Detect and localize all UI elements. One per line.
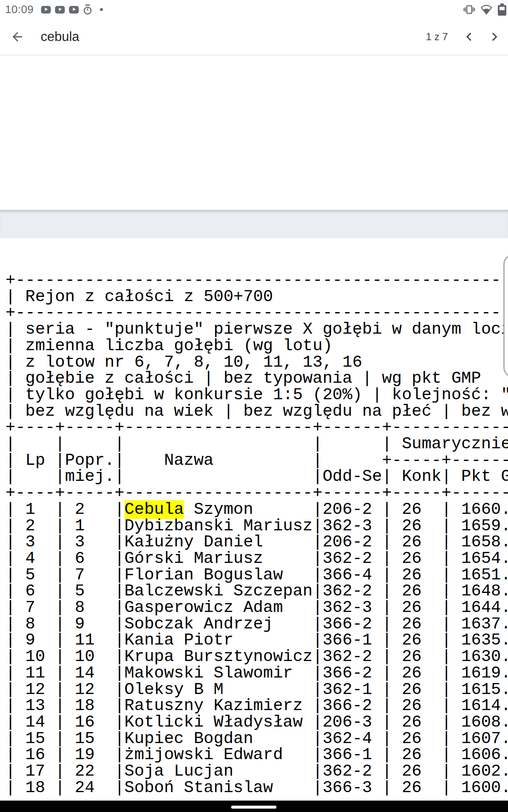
document-line: | 9 | 11 |Kania Piotr |366-1 | 26 | 1635… xyxy=(6,632,508,649)
youtube-notification-icon xyxy=(69,6,79,14)
document-text: +---------------------------------------… xyxy=(6,272,508,796)
scrollbar-handle[interactable] xyxy=(503,254,508,378)
document-line: | 12 | 12 |Oleksy B M |362-1 | 26 | 1615… xyxy=(6,682,508,698)
search-bar: cebula 1 z 7 xyxy=(0,19,508,55)
document-line: +---------------------------------------… xyxy=(6,305,508,321)
status-time: 10:09 xyxy=(5,3,34,16)
document-line: | 3 | 3 |Kałużny Daniel |206-2 | 26 | 16… xyxy=(6,534,508,551)
document-line: | 18 | 24 |Soboń Stanislaw |366-3 | 26 |… xyxy=(6,780,508,796)
gesture-nav-handle[interactable] xyxy=(231,806,276,809)
document-line: | gołębie z całości | bez typowania | wg… xyxy=(6,370,508,387)
document-line: | 17 | 22 |Soja Lucjan |362-2 | 26 | 160… xyxy=(6,763,508,780)
document-line: | Lp |Popr.| Nazwa | +-----+------ xyxy=(6,453,508,469)
document-line: | 8 | 9 |Sobczak Andrzej |366-2 | 26 | 1… xyxy=(6,616,508,633)
document-line: | | | | | Sumarycznie xyxy=(6,436,508,453)
document-line: | 7 | 8 |Gasperowicz Adam |362-3 | 26 | … xyxy=(6,600,508,616)
document-line: +---------------------------------------… xyxy=(6,272,508,289)
status-right-icons xyxy=(464,3,506,16)
vibrate-icon xyxy=(464,4,475,15)
document-line: +----+-----+-------------------+------+-… xyxy=(6,485,508,502)
next-match-button[interactable] xyxy=(489,30,500,43)
search-match-highlight: Cebula xyxy=(124,500,184,519)
document-line: | 5 | 7 |Florian Boguslaw |366-4 | 26 | … xyxy=(6,567,508,584)
document-line: | 16 | 19 |żmijowski Edward |366-1 | 26 … xyxy=(6,747,508,763)
document-line: +----+-----+-------------------+------+-… xyxy=(6,420,508,436)
timer-icon xyxy=(83,4,92,15)
document-line: | |miej.| |Odd-Se| Konk| Pkt G xyxy=(6,469,508,485)
document-line: | z lotow nr 6, 7, 8, 10, 11, 13, 16 xyxy=(6,354,508,371)
document-line: | 11 | 14 |Makowski Slawomir |366-2 | 26… xyxy=(6,665,508,682)
search-match-counter: 1 z 7 xyxy=(426,31,448,43)
notification-icons xyxy=(41,4,103,15)
document-line: | 6 | 5 |Balczewski Szczepan|362-2 | 26 … xyxy=(6,583,508,600)
document-line: | 4 | 6 |Górski Mariusz |362-2 | 26 | 16… xyxy=(6,551,508,567)
wifi-icon xyxy=(480,4,493,15)
back-button[interactable] xyxy=(10,29,25,44)
page-separator xyxy=(0,210,508,238)
document-line: | seria - "punktuje" pierwsze X gołębi w… xyxy=(6,321,508,338)
document-line: | 13 | 18 |Ratuszny Kazimierz |366-2 | 2… xyxy=(6,698,508,714)
previous-match-button[interactable] xyxy=(464,30,476,43)
notification-dot-icon xyxy=(100,8,103,11)
battery-icon xyxy=(498,5,506,16)
document-line: | Rejon z całości z 500+700 xyxy=(6,289,508,305)
search-input[interactable]: cebula xyxy=(41,29,79,44)
document-line: | bez względu na wiek | bez względu na p… xyxy=(6,403,508,420)
youtube-notification-icon xyxy=(55,6,65,14)
document-line: | 15 | 15 |Kupiec Bogdan |362-4 | 26 | 1… xyxy=(6,731,508,747)
document-line: | 14 | 16 |Kotlicki Władysław |206-3 | 2… xyxy=(6,714,508,731)
document-line: | 2 | 1 |Dybizbanski Mariusz|362-3 | 26 … xyxy=(6,518,508,535)
youtube-notification-icon xyxy=(41,6,51,14)
document-line: | 10 | 10 |Krupa Bursztynowicz|362-2 | 2… xyxy=(6,649,508,665)
status-bar: 10:09 xyxy=(0,0,508,19)
document-line: | tylko gołębi w konkursie 1:5 (20%) | k… xyxy=(6,387,508,403)
gesture-nav-bar xyxy=(0,801,508,812)
document-line: | zmienna liczba gołębi (wg lotu) xyxy=(6,338,508,354)
document-line: | 1 | 2 |Cebula Szymon |206-2 | 26 | 166… xyxy=(6,502,508,518)
